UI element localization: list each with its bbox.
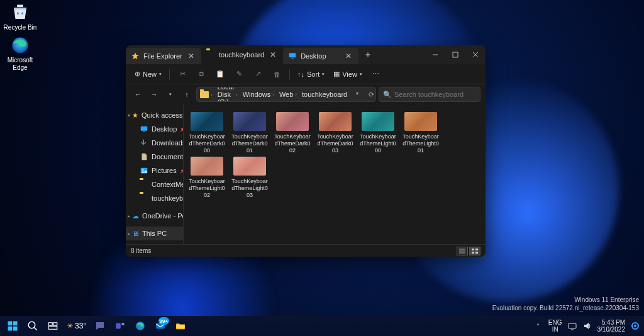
chevron-down-icon[interactable]: ▾: [350, 91, 364, 99]
star-icon: ★: [132, 111, 138, 120]
nav-this-pc[interactable]: ▸ 🖥 This PC: [126, 227, 183, 240]
more-button[interactable]: ⋯: [367, 67, 385, 82]
tab-close-icon[interactable]: ✕: [186, 52, 196, 60]
content-pane[interactable]: TouchKeyboardThemeDark000TouchKeyboardTh…: [184, 104, 486, 244]
teams-button[interactable]: [111, 317, 129, 335]
paste-button[interactable]: 📋: [211, 67, 229, 82]
back-button[interactable]: ←: [131, 87, 145, 101]
svg-rect-9: [143, 132, 145, 132]
breadcrumb[interactable]: Windows›: [241, 91, 276, 98]
svg-rect-5: [453, 52, 458, 57]
titlebar[interactable]: File Explorer ✕ touchkeyboard ✕ Desktop …: [126, 45, 486, 64]
new-icon: ⊕: [135, 70, 140, 78]
tab-file-explorer[interactable]: File Explorer ✕: [126, 48, 201, 64]
svg-rect-8: [141, 126, 148, 131]
network-icon[interactable]: [567, 321, 577, 331]
view-button[interactable]: ▦ View ▾: [330, 67, 366, 82]
volume-icon[interactable]: [582, 321, 592, 331]
sort-button[interactable]: ↑↓ Sort ▾: [294, 67, 328, 82]
share-button[interactable]: ↗: [249, 67, 267, 82]
svg-rect-2: [289, 53, 296, 57]
file-label: TouchKeyboardThemeLight001: [401, 133, 440, 154]
chevron-right-icon[interactable]: ▸: [126, 213, 132, 219]
tab-close-icon[interactable]: ✕: [268, 50, 278, 59]
view-thumbnails-button[interactable]: [469, 247, 480, 255]
delete-button[interactable]: 🗑: [268, 67, 286, 82]
cut-button[interactable]: ✂: [174, 67, 191, 82]
up-button[interactable]: ↑: [180, 87, 194, 101]
sun-icon: ☀: [67, 322, 74, 330]
forward-button[interactable]: →: [147, 87, 161, 101]
clock[interactable]: 5:43 PM 3/10/2022: [597, 319, 626, 333]
nav-onedrive[interactable]: ▸ ☁ OneDrive - Perso: [126, 209, 183, 223]
breadcrumb[interactable]: Web›: [277, 91, 299, 98]
view-details-button[interactable]: [457, 247, 468, 255]
minimize-button[interactable]: [425, 45, 445, 64]
nav-item-label: Documents: [152, 153, 184, 160]
file-item[interactable]: TouchKeyboardThemeDark003: [316, 112, 355, 154]
file-item[interactable]: TouchKeyboardThemeLight001: [401, 112, 440, 154]
file-item[interactable]: TouchKeyboardThemeDark001: [230, 112, 269, 154]
svg-rect-25: [48, 323, 52, 326]
recent-button[interactable]: ▾: [164, 87, 177, 101]
file-item[interactable]: TouchKeyboardThemeDark000: [187, 112, 226, 154]
nav-item-desktop[interactable]: Desktop📌: [126, 122, 183, 136]
view-icon: ▦: [333, 70, 340, 78]
copy-button[interactable]: ⧉: [192, 67, 210, 82]
file-label: TouchKeyboardThemeDark003: [316, 133, 355, 154]
file-item[interactable]: TouchKeyboardThemeLight003: [230, 157, 269, 199]
new-button[interactable]: ⊕ New ▾: [131, 67, 165, 82]
breadcrumb[interactable]: Local Disk (C:)›: [216, 87, 240, 102]
chevron-down-icon[interactable]: ▾: [126, 113, 132, 118]
sort-icon: ↑↓: [297, 70, 304, 78]
explorer-taskbar-button[interactable]: [172, 317, 189, 335]
file-label: TouchKeyboardThemeLight000: [358, 133, 397, 154]
downloads-icon: [140, 138, 148, 147]
desktop-icon: [288, 52, 297, 60]
file-item[interactable]: TouchKeyboardThemeLight000: [358, 112, 397, 154]
edge-taskbar-button[interactable]: [131, 317, 149, 335]
desktop-icon-edge[interactable]: Microsoft Edge: [3, 35, 38, 72]
tab-close-icon[interactable]: ✕: [343, 52, 353, 60]
tab-strip: File Explorer ✕ touchkeyboard ✕ Desktop …: [126, 45, 425, 64]
file-item[interactable]: TouchKeyboardThemeLight002: [187, 157, 226, 199]
maximize-button[interactable]: [445, 45, 465, 64]
file-item[interactable]: TouchKeyboardThemeDark002: [273, 112, 312, 154]
desktop-icon: [140, 125, 148, 133]
chat-button[interactable]: [91, 317, 109, 335]
taskbar: ☀ 33° 99+ ˄ ENG IN 5:: [0, 316, 644, 336]
search-icon: 🔍: [383, 91, 392, 99]
nav-item-touchkeyboard[interactable]: touchkeyboard: [126, 191, 183, 205]
search-input[interactable]: [394, 91, 476, 98]
desktop-icon-recycle-bin[interactable]: Recycle Bin: [3, 3, 38, 31]
mail-button[interactable]: 99+: [152, 317, 169, 335]
pictures-icon: [140, 166, 148, 175]
nav-item-label: ContextMenuC: [152, 181, 184, 188]
chevron-up-icon[interactable]: ˄: [533, 321, 543, 331]
nav-item-downloads[interactable]: Downloads📌: [126, 136, 183, 150]
tab-touchkeyboard[interactable]: touchkeyboard ✕: [201, 45, 283, 64]
close-button[interactable]: [465, 45, 486, 64]
refresh-button[interactable]: ⟳: [364, 91, 376, 99]
task-view-button[interactable]: [44, 317, 62, 335]
language-indicator[interactable]: ENG IN: [548, 319, 562, 333]
new-tab-button[interactable]: ＋: [358, 45, 377, 64]
search-box[interactable]: 🔍: [379, 87, 480, 102]
start-button[interactable]: [4, 317, 21, 335]
recycle-bin-icon: [10, 3, 30, 23]
nav-item-label: touchkeyboard: [152, 194, 184, 202]
weather-widget[interactable]: ☀ 33°: [64, 322, 89, 330]
file-explorer-window: File Explorer ✕ touchkeyboard ✕ Desktop …: [126, 45, 486, 257]
nav-item-contextmenuc[interactable]: ContextMenuC: [126, 177, 183, 191]
rename-button[interactable]: ✎: [230, 67, 248, 82]
notifications-button[interactable]: [630, 321, 640, 331]
nav-quick-access[interactable]: ▾ ★ Quick access: [126, 108, 183, 122]
nav-item-pictures[interactable]: Pictures📌: [126, 164, 183, 177]
chevron-right-icon[interactable]: ▸: [126, 231, 132, 237]
breadcrumb[interactable]: touchkeyboard: [300, 91, 349, 98]
search-button[interactable]: [24, 317, 42, 335]
address-bar[interactable]: › Local Disk (C:)› Windows› Web› touchke…: [196, 87, 376, 102]
svg-point-29: [121, 323, 125, 326]
tab-desktop[interactable]: Desktop ✕: [283, 48, 358, 64]
nav-item-documents[interactable]: Documents📌: [126, 150, 183, 164]
